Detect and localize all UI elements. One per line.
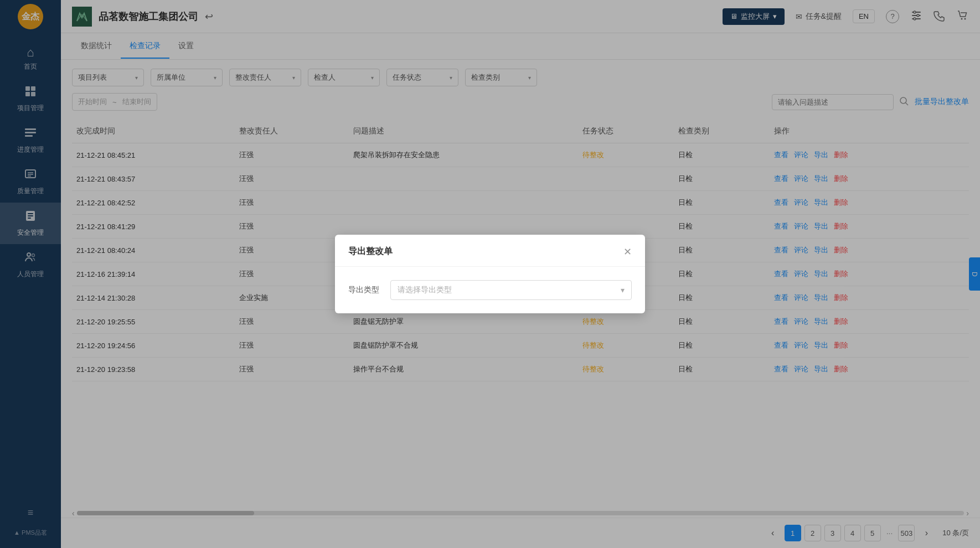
modal-title: 导出整改单 <box>348 246 393 257</box>
export-type-label: 导出类型 <box>348 285 381 295</box>
export-type-chevron-icon: ▾ <box>621 286 625 294</box>
export-type-row: 导出类型 请选择导出类型 ▾ <box>348 280 632 300</box>
modal-header: 导出整改单 ✕ <box>335 235 645 267</box>
export-modal: 导出整改单 ✕ 导出类型 请选择导出类型 ▾ <box>335 235 645 313</box>
modal-overlay[interactable]: 导出整改单 ✕ 导出类型 请选择导出类型 ▾ <box>0 0 980 548</box>
modal-body: 导出类型 请选择导出类型 ▾ <box>335 267 645 313</box>
modal-close-button[interactable]: ✕ <box>623 247 632 257</box>
export-type-select[interactable]: 请选择导出类型 ▾ <box>390 280 632 300</box>
export-type-placeholder: 请选择导出类型 <box>398 285 452 295</box>
